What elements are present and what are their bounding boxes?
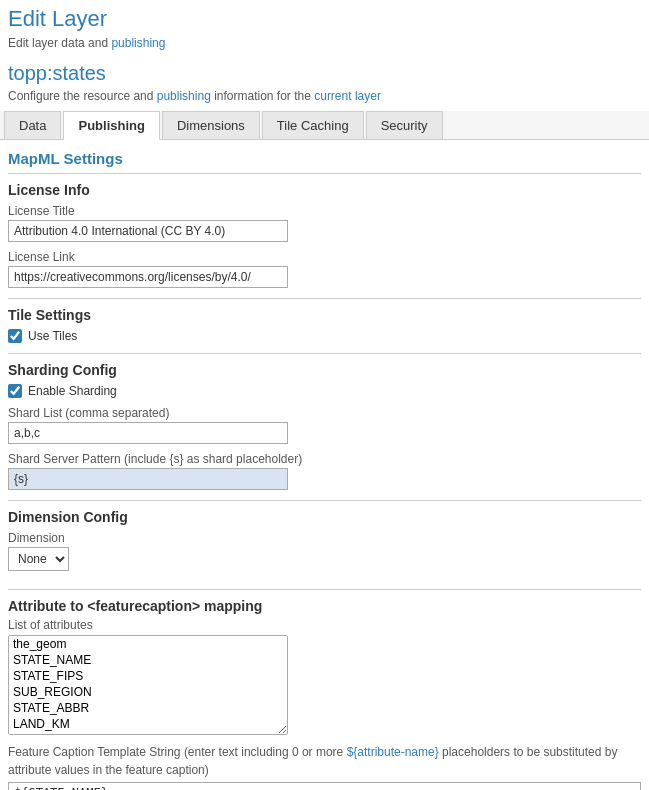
page-title: Edit Layer (0, 0, 649, 34)
sharding-config-section: Sharding Config Enable Sharding Shard Li… (8, 353, 641, 490)
dimension-label: Dimension (8, 531, 641, 545)
enable-sharding-row: Enable Sharding (8, 384, 641, 398)
attr-state-name: STATE_NAME (9, 652, 287, 668)
attr-water-km: WATER_KM (9, 732, 287, 735)
dimension-select[interactable]: None (8, 547, 69, 571)
license-title-label: License Title (8, 204, 641, 218)
current-layer-link[interactable]: current layer (314, 89, 381, 103)
shard-server-label: Shard Server Pattern (include {s} as sha… (8, 452, 641, 466)
license-link-label: License Link (8, 250, 641, 264)
shard-list-input[interactable] (8, 422, 288, 444)
list-of-attributes-label: List of attributes (8, 618, 641, 632)
attr-state-abbr: STATE_ABBR (9, 700, 287, 716)
layer-name: topp:states (0, 56, 649, 87)
use-tiles-checkbox[interactable] (8, 329, 22, 343)
attribute-mapping-title: Attribute to <featurecaption> mapping (8, 598, 641, 614)
subtitle: Edit layer data and publishing (0, 34, 649, 56)
shard-server-input[interactable] (8, 468, 288, 490)
use-tiles-row: Use Tiles (8, 329, 641, 343)
tab-bar: Data Publishing Dimensions Tile Caching … (0, 111, 649, 140)
tab-tile-caching[interactable]: Tile Caching (262, 111, 364, 139)
dimension-config-section: Dimension Config Dimension None (8, 500, 641, 579)
license-info-title: License Info (8, 182, 641, 198)
attr-land-km: LAND_KM (9, 716, 287, 732)
license-title-input[interactable] (8, 220, 288, 242)
attribute-mapping-section: Attribute to <featurecaption> mapping Li… (8, 589, 641, 790)
mapml-settings-title: MapML Settings (8, 150, 641, 167)
publishing-content: MapML Settings License Info License Titl… (0, 140, 649, 790)
attr-the-geom: the_geom (9, 636, 287, 652)
dimension-config-title: Dimension Config (8, 509, 641, 525)
feature-caption-label: Feature Caption Template String (enter t… (8, 743, 641, 779)
caption-label-prefix: Feature Caption Template String (enter t… (8, 745, 347, 759)
feature-caption-textarea[interactable]: ${STATE_NAME} (8, 782, 641, 790)
subtitle-prefix: Edit layer data and (8, 36, 111, 50)
tile-settings-section: Tile Settings Use Tiles (8, 298, 641, 343)
sharding-config-title: Sharding Config (8, 362, 641, 378)
attr-state-fips: STATE_FIPS (9, 668, 287, 684)
configure-prefix: Configure the resource and (8, 89, 157, 103)
configure-mid: information for the (211, 89, 314, 103)
configure-publishing-link[interactable]: publishing (157, 89, 211, 103)
shard-list-label: Shard List (comma separated) (8, 406, 641, 420)
attribute-listbox[interactable]: the_geom STATE_NAME STATE_FIPS SUB_REGIO… (8, 635, 288, 735)
attribute-listbox-wrapper: the_geom STATE_NAME STATE_FIPS SUB_REGIO… (8, 635, 288, 735)
publishing-link[interactable]: publishing (111, 36, 165, 50)
enable-sharding-checkbox[interactable] (8, 384, 22, 398)
configure-text: Configure the resource and publishing in… (0, 87, 649, 111)
caption-placeholder-text: ${attribute-name} (347, 745, 439, 759)
use-tiles-label: Use Tiles (28, 329, 77, 343)
tab-dimensions[interactable]: Dimensions (162, 111, 260, 139)
tab-security[interactable]: Security (366, 111, 443, 139)
enable-sharding-label: Enable Sharding (28, 384, 117, 398)
attr-sub-region: SUB_REGION (9, 684, 287, 700)
license-link-input[interactable] (8, 266, 288, 288)
tab-data[interactable]: Data (4, 111, 61, 139)
tab-publishing[interactable]: Publishing (63, 111, 159, 140)
tile-settings-title: Tile Settings (8, 307, 641, 323)
license-info-section: License Info License Title License Link (8, 173, 641, 288)
